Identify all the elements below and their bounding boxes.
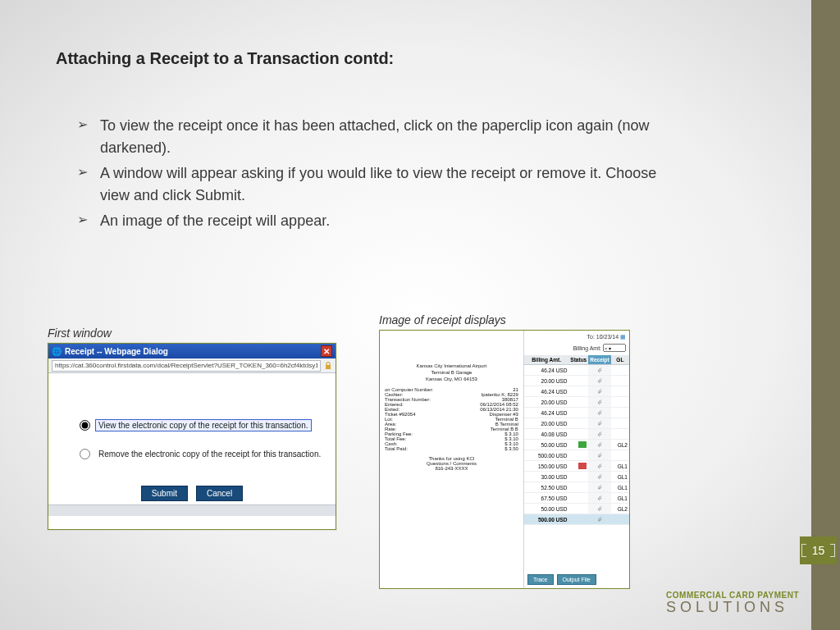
url-input[interactable] <box>52 360 321 372</box>
cell-amt: 20.00 USD <box>524 418 568 429</box>
paperclip-icon[interactable] <box>596 463 603 469</box>
cell-receipt[interactable] <box>588 472 610 482</box>
table-row[interactable]: 46.24 USD <box>524 386 629 397</box>
close-icon[interactable]: ✕ <box>321 345 332 357</box>
dialog-body: View the electronic copy of the receipt … <box>48 373 336 504</box>
radio-remove[interactable] <box>80 449 90 459</box>
paperclip-icon[interactable] <box>596 495 603 501</box>
billing-dd[interactable] <box>603 344 626 352</box>
cell-receipt[interactable] <box>588 365 610 376</box>
output-file-button[interactable]: Output File <box>557 574 596 585</box>
col-receipt[interactable]: Receipt <box>588 355 610 365</box>
table-row[interactable]: 67.50 USDGL1 <box>524 493 629 504</box>
grid-filters: To: 10/23/14 ▦ Billing Amt: <box>524 331 629 355</box>
paperclip-icon[interactable] <box>596 377 603 384</box>
receipt-dialog: 🌐 Receipt -- Webpage Dialog ✕ View the e… <box>48 343 336 530</box>
cell-status <box>568 440 588 450</box>
paperclip-icon[interactable] <box>596 420 603 427</box>
paperclip-icon[interactable] <box>596 516 603 523</box>
cell-gl: GL1 <box>611 482 629 493</box>
cell-gl: GL2 <box>611 440 629 450</box>
table-row[interactable]: 30.00 USDGL1 <box>524 472 629 482</box>
label-view[interactable]: View the electronic copy of the receipt … <box>95 419 312 431</box>
col-amt[interactable]: Billing Amt. <box>524 355 568 365</box>
cell-receipt[interactable] <box>588 440 610 450</box>
table-row[interactable]: 500.00 USD <box>524 450 629 461</box>
cell-amt: 500.00 USD <box>524 450 568 461</box>
radio-view[interactable] <box>80 420 90 431</box>
billing-label: Billing Amt: <box>573 345 601 351</box>
submit-button[interactable]: Submit <box>141 486 188 501</box>
cell-gl <box>611 418 629 429</box>
cell-amt: 20.00 USD <box>524 376 568 386</box>
dialog-address-bar <box>48 358 336 373</box>
cell-receipt[interactable] <box>588 482 610 493</box>
paperclip-icon[interactable] <box>596 399 603 405</box>
calendar-icon[interactable]: ▦ <box>620 334 626 340</box>
paperclip-icon[interactable] <box>596 452 603 459</box>
to-date[interactable]: To: 10/23/14 ▦ <box>527 334 626 340</box>
cell-receipt[interactable] <box>588 514 610 525</box>
table-row[interactable]: 150.00 USDGL1 <box>524 461 629 472</box>
trace-button[interactable]: Trace <box>527 574 554 585</box>
cell-status <box>568 514 588 525</box>
cell-receipt[interactable] <box>588 418 610 429</box>
cell-receipt[interactable] <box>588 504 610 514</box>
cell-amt: 46.24 USD <box>524 365 568 376</box>
transaction-grid: To: 10/23/14 ▦ Billing Amt: Billing Amt.… <box>523 331 629 588</box>
table-row[interactable]: 50.00 USDGL2 <box>524 440 629 450</box>
cell-receipt[interactable] <box>588 493 610 504</box>
table-row[interactable]: 40.08 USD <box>524 429 629 440</box>
receipt-h2: Terminal B Garage <box>385 370 518 377</box>
table-row[interactable]: 20.00 USD <box>524 376 629 386</box>
paperclip-icon[interactable] <box>596 367 603 373</box>
paperclip-icon[interactable] <box>596 473 603 480</box>
cell-receipt[interactable] <box>588 397 610 408</box>
to-value: 10/23/14 <box>596 334 619 340</box>
paperclip-icon[interactable] <box>596 484 603 491</box>
paperclip-icon[interactable] <box>596 441 603 448</box>
cell-receipt[interactable] <box>588 386 610 397</box>
receipt-line: Total Paid:$ 3.50 <box>385 446 518 451</box>
option-remove-row: Remove the electronic copy of the receip… <box>80 448 324 460</box>
cancel-button[interactable]: Cancel <box>196 486 243 501</box>
cell-receipt[interactable] <box>588 461 610 472</box>
cell-receipt[interactable] <box>588 408 610 418</box>
cell-status <box>568 504 588 514</box>
cell-receipt[interactable] <box>588 450 610 461</box>
table-row[interactable]: 20.00 USD <box>524 418 629 429</box>
bullet-list: To view the receipt once it has been att… <box>77 115 668 235</box>
paperclip-icon[interactable] <box>596 409 603 416</box>
paperclip-icon[interactable] <box>596 505 603 512</box>
cell-gl: GL1 <box>611 493 629 504</box>
cell-status <box>568 461 588 472</box>
ie-icon: 🌐 <box>52 347 62 356</box>
cell-amt: 500.00 USD <box>524 514 568 525</box>
cell-status <box>568 397 588 408</box>
col-gl[interactable]: GL <box>611 355 629 365</box>
caption-receipt-image: Image of receipt displays <box>379 313 506 326</box>
cell-receipt[interactable] <box>588 376 610 386</box>
paperclip-icon[interactable] <box>596 431 603 437</box>
receipt-image: Kansas City International Airport Termin… <box>380 331 523 588</box>
table-row[interactable]: 50.00 USDGL2 <box>524 504 629 514</box>
cell-gl <box>611 429 629 440</box>
billing-amt-filter[interactable]: Billing Amt: <box>527 344 626 352</box>
cell-amt: 30.00 USD <box>524 472 568 482</box>
col-status[interactable]: Status <box>568 355 588 365</box>
page-number: 15 <box>812 544 825 557</box>
cell-receipt[interactable] <box>588 429 610 440</box>
table-row[interactable]: 500.00 USD <box>524 514 629 525</box>
table-row[interactable]: 46.24 USD <box>524 365 629 376</box>
table-row[interactable]: 46.24 USD <box>524 408 629 418</box>
table-row[interactable]: 52.50 USDGL1 <box>524 482 629 493</box>
cell-gl <box>611 376 629 386</box>
label-remove[interactable]: Remove the electronic copy of the receip… <box>95 448 324 460</box>
cell-amt: 50.00 USD <box>524 504 568 514</box>
cell-status <box>568 365 588 376</box>
cell-status <box>568 493 588 504</box>
table-row[interactable]: 20.00 USD <box>524 397 629 408</box>
bullet-item: An image of the receipt will appear. <box>77 210 668 232</box>
paperclip-icon[interactable] <box>596 388 603 395</box>
cell-amt: 40.08 USD <box>524 429 568 440</box>
